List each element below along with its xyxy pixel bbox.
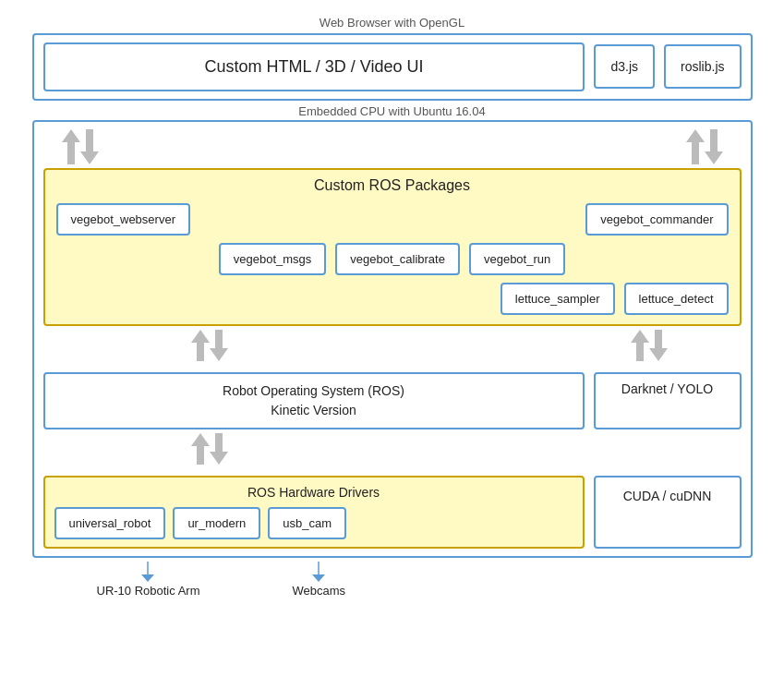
roslibjs-box: roslib.js — [664, 44, 741, 89]
lettuce-detect-box: lettuce_detect — [624, 283, 729, 315]
lettuce-sampler-box: lettuce_sampler — [501, 283, 615, 315]
html-ui-box: Custom HTML / 3D / Video UI — [43, 42, 585, 91]
top-label: Web Browser with OpenGL — [320, 16, 464, 30]
right-up-arrow-icon — [631, 330, 668, 361]
vegebot-msgs-box: vegebot_msgs — [219, 243, 327, 275]
webcams-down-arrow-icon — [312, 562, 325, 582]
vegebot-calibrate-box: vegebot_calibrate — [335, 243, 460, 275]
d3js-box: d3.js — [594, 44, 655, 89]
svg-marker-9 — [210, 433, 228, 465]
hardware-drivers-box: ROS Hardware Drivers universal_robot ur_… — [43, 476, 585, 549]
hardware-drivers-title: ROS Hardware Drivers — [54, 485, 573, 500]
webcams-label: Webcams — [292, 584, 345, 598]
center-updown-arrow-icon — [191, 330, 228, 361]
ur10-label: UR-10 Robotic Arm — [97, 584, 200, 598]
svg-marker-11 — [141, 574, 154, 582]
svg-marker-8 — [191, 433, 210, 465]
web-browser-box: Custom HTML / 3D / Video UI d3.js roslib… — [32, 33, 753, 101]
hw-updown-arrow-icon — [191, 433, 228, 465]
cuda-box: CUDA / cuDNN — [594, 476, 742, 549]
ur-modern-box: ur_modern — [173, 507, 260, 539]
vegebot-webserver-box: vegebot_webserver — [56, 203, 190, 236]
mid-label: Embedded CPU with Ubuntu 16.04 — [298, 104, 485, 118]
ros-os-box: Robot Operating System (ROS) Kinetic Ver… — [43, 372, 585, 429]
universal-robot-box: universal_robot — [54, 507, 166, 539]
svg-marker-3 — [705, 129, 723, 164]
ur10-down-arrow-icon — [141, 562, 154, 582]
svg-marker-2 — [686, 129, 705, 164]
svg-marker-1 — [80, 129, 99, 164]
darknet-box: Darknet / YOLO — [594, 372, 742, 429]
svg-marker-5 — [210, 330, 228, 361]
right-updown-arrow-icon — [686, 129, 723, 164]
svg-marker-4 — [191, 330, 210, 361]
embedded-cpu-box: Custom ROS Packages vegebot_webserver ve… — [32, 120, 753, 558]
usb-cam-box: usb_cam — [268, 507, 346, 539]
vegebot-commander-box: vegebot_commander — [585, 203, 728, 236]
vegebot-run-box: vegebot_run — [469, 243, 565, 275]
ros-packages-area: Custom ROS Packages vegebot_webserver ve… — [43, 168, 742, 326]
svg-marker-7 — [649, 330, 668, 361]
left-updown-arrow-icon — [62, 129, 99, 164]
ros-os-label: Robot Operating System (ROS) Kinetic Ver… — [223, 383, 404, 417]
svg-marker-13 — [312, 574, 325, 582]
svg-marker-6 — [631, 330, 649, 361]
ros-packages-title: Custom ROS Packages — [56, 177, 729, 194]
svg-marker-0 — [62, 129, 80, 164]
